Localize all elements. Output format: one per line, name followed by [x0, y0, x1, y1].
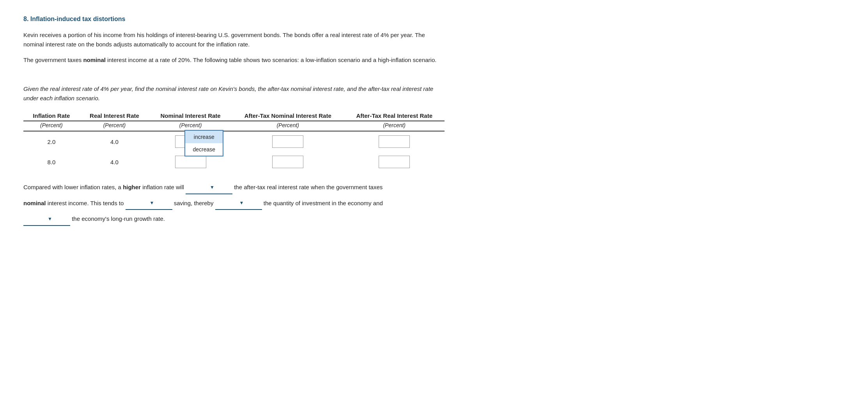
- col-header-real: Real Interest Rate: [80, 111, 150, 121]
- after-tax-nominal-input-0[interactable]: [272, 135, 303, 148]
- after-tax-real-input-1[interactable]: [379, 156, 410, 168]
- cell-after-tax-real-1: [344, 152, 445, 172]
- col-sub-real: (Percent): [80, 121, 150, 131]
- conclusion-line2-start: interest income. This tends to: [46, 200, 126, 206]
- conclusion-line1-middle: inflation rate will: [141, 184, 186, 190]
- conclusion-line1-bold: higher: [123, 184, 141, 190]
- cell-inflation-0: 2.0: [23, 131, 80, 152]
- col-header-inflation: Inflation Rate: [23, 111, 80, 121]
- paragraph-1: Kevin receives a portion of his income f…: [23, 30, 445, 49]
- cell-real-0: 4.0: [80, 131, 150, 152]
- cell-real-1: 4.0: [80, 152, 150, 172]
- nominal-input-1[interactable]: [175, 156, 206, 168]
- conclusion-line2-end: the quantity of investment in the econom…: [264, 200, 383, 206]
- col-header-nominal: Nominal Interest Rate: [149, 111, 232, 121]
- cell-inflation-1: 8.0: [23, 152, 80, 172]
- paragraph-2: The government taxes nominal interest in…: [23, 55, 445, 65]
- chevron-down-icon-3: ▼: [239, 199, 260, 208]
- conclusion-dropdown-4[interactable]: ▼: [23, 213, 70, 226]
- conclusion-dropdown-3-value: [217, 198, 238, 209]
- col-sub-inflation: (Percent): [23, 121, 80, 131]
- conclusion-line-1: Compared with lower inflation rates, a h…: [23, 181, 445, 194]
- nominal-dropdown-wrapper: increasedecrease: [184, 130, 223, 156]
- conclusion-line-2: nominal interest income. This tends to ▼…: [23, 197, 445, 210]
- conclusion-line2-middle: saving, thereby: [174, 200, 215, 206]
- conclusion-line3-end: the economy's long-run growth rate.: [72, 215, 165, 222]
- instruction-text: Given the real interest rate of 4% per y…: [23, 84, 445, 103]
- cell-after-tax-nominal-0: [232, 131, 344, 152]
- conclusion-dropdown-1-value: [187, 182, 208, 193]
- col-sub-after-tax-nominal: (Percent): [232, 121, 344, 131]
- paragraph-2-start: The government taxes: [23, 57, 83, 63]
- conclusion-dropdown-2-value: [127, 198, 148, 209]
- conclusion-section: Compared with lower inflation rates, a h…: [23, 181, 445, 226]
- conclusion-line1-end: the after-tax real interest rate when th…: [234, 184, 383, 190]
- col-sub-after-tax-real: (Percent): [344, 121, 445, 131]
- chevron-down-icon: ▼: [210, 183, 231, 192]
- question-title: 8. Inflation-induced tax distortions: [23, 16, 445, 23]
- after-tax-nominal-input-1[interactable]: [272, 156, 303, 168]
- conclusion-dropdown-3[interactable]: ▼: [215, 197, 262, 210]
- dropdown-option-decrease[interactable]: decrease: [185, 143, 223, 156]
- cell-nominal-0: increasedecrease: [149, 131, 232, 152]
- conclusion-dropdown-1[interactable]: ▼: [186, 181, 232, 194]
- data-table: Inflation Rate Real Interest Rate Nomina…: [23, 111, 445, 172]
- conclusion-line1-start: Compared with lower inflation rates, a: [23, 184, 123, 190]
- conclusion-dropdown-2[interactable]: ▼: [126, 197, 172, 210]
- col-header-after-tax-real: After-Tax Real Interest Rate: [344, 111, 445, 121]
- conclusion-line2-bold: nominal: [23, 200, 46, 206]
- chevron-down-icon-4: ▼: [48, 215, 69, 224]
- conclusion-line-3: ▼ the economy's long-run growth rate.: [23, 213, 445, 226]
- chevron-down-icon-2: ▼: [150, 199, 171, 208]
- dropdown-option-increase[interactable]: increase: [185, 131, 223, 143]
- col-header-after-tax-nominal: After-Tax Nominal Interest Rate: [232, 111, 344, 121]
- paragraph-2-end: interest income at a rate of 20%. The fo…: [106, 57, 437, 63]
- after-tax-real-input-0[interactable]: [379, 135, 410, 148]
- conclusion-dropdown-4-value: [25, 214, 46, 224]
- cell-after-tax-nominal-1: [232, 152, 344, 172]
- paragraph-2-bold: nominal: [83, 57, 106, 63]
- cell-after-tax-real-0: [344, 131, 445, 152]
